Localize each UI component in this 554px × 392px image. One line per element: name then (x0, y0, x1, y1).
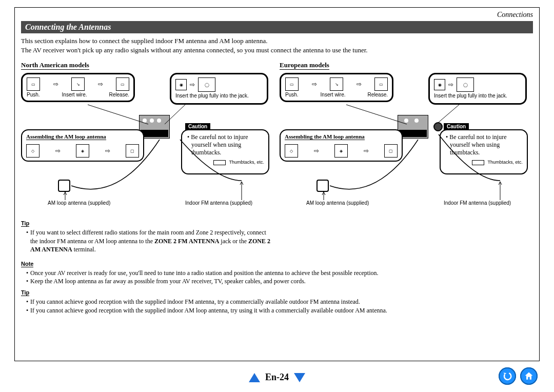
am-step2-icon: ◈ (334, 144, 348, 158)
thumbtack-label: Thumbtacks, etc. (229, 160, 264, 165)
na-column: North American models ▭ ⇨ ↘ ⇨ ▭ Push. In… (21, 60, 274, 209)
note-label: Note (21, 261, 33, 267)
eu-heading: European models (280, 61, 329, 70)
tip1-item: If you want to select different radio st… (26, 228, 272, 253)
prev-page-button[interactable] (249, 373, 260, 382)
intro-line-1: This section explains how to connect the… (21, 36, 533, 46)
arrow-icon: ⇨ (312, 81, 317, 88)
na-fm-plug-callout: ◉ ⇨ ◯ Insert the plug fully into the jac… (170, 73, 268, 105)
na-heading: North American models (21, 61, 89, 70)
page-frame: Connections Connecting the Antennas This… (14, 7, 540, 361)
insert-icon: ↘ (71, 77, 85, 91)
push-label: Push. (27, 92, 40, 97)
am-caption: AM loop antenna (supplied) (48, 200, 110, 206)
eu-caution-callout: • Be careful not to injure yourself when… (440, 129, 528, 174)
eu-diagram-area: ▭ ⇨ ↘ ⇨ ▭ Push. Insert wire. Release. ◉ (280, 73, 533, 206)
back-button[interactable] (499, 367, 516, 385)
assembling-title: Assembling the AM loop antenna (285, 133, 365, 140)
push-icon: ▭ (285, 77, 299, 91)
plug-icon: ◉ (434, 79, 445, 90)
tip2-label: Tip (21, 289, 29, 296)
am-caption: AM loop antenna (supplied) (306, 200, 369, 206)
corner-nav-icons (499, 367, 538, 385)
thumbtack-label: Thumbtacks, etc. (487, 160, 523, 165)
assembling-title: Assembling the AM loop antenna (26, 133, 106, 140)
insert-label: Insert wire. (62, 92, 87, 97)
tip1-block: Tip If you want to select different radi… (21, 218, 272, 253)
push-label: Push. (285, 92, 299, 97)
release-icon: ▭ (116, 77, 129, 91)
am-step1-icon: ◇ (26, 144, 39, 158)
eu-push-insert-release-callout: ▭ ⇨ ↘ ⇨ ▭ Push. Insert wire. Release. (280, 73, 393, 102)
am-loop-antenna-icon (58, 180, 70, 192)
arrow-icon: ⇨ (448, 81, 453, 88)
thumbtack-icon (213, 160, 226, 165)
na-push-insert-release-callout: ▭ ⇨ ↘ ⇨ ▭ Push. Insert wire. Release. (21, 73, 135, 102)
fm-instruction: Insert the plug fully into the jack. (175, 93, 263, 99)
tip2-item: If you cannot achieve good reception wit… (26, 298, 533, 306)
am-step1-icon: ◇ (285, 144, 298, 158)
intro-text: This section explains how to connect the… (21, 36, 533, 55)
note-item: Once your AV receiver is ready for use, … (26, 269, 533, 277)
coax-plug-icon (433, 122, 443, 131)
fm-instruction: Insert the plug fully into the jack. (434, 93, 521, 99)
arrow-icon: ⇨ (190, 81, 195, 88)
plug-icon: ◉ (175, 79, 187, 90)
release-label: Release. (109, 92, 129, 97)
insert-icon: ↘ (330, 77, 343, 91)
next-page-button[interactable] (294, 373, 305, 382)
intro-line-2: The AV receiver won't pick up any radio … (21, 46, 533, 55)
arrow-icon: ⇨ (357, 81, 362, 88)
tip1-label: Tip (21, 220, 29, 227)
arrow-icon: ⇨ (314, 147, 319, 154)
note-block: Note Once your AV receiver is ready for … (21, 259, 533, 285)
na-diagram-area: ▭ ⇨ ↘ ⇨ ▭ Push. Insert wire. Release. (21, 73, 274, 206)
na-caution-callout: • Be careful not to injure yourself when… (181, 129, 269, 174)
note-item: Keep the AM loop antenna as far away as … (26, 277, 533, 285)
insert-label: Insert wire. (321, 92, 346, 97)
arrow-icon: ⇨ (364, 147, 369, 154)
page-nav: En-24 (0, 372, 554, 383)
eu-fm-plug-callout: ◉ ⇨ ◯ Insert the plug fully into the jac… (428, 73, 527, 105)
tip2-item: If you cannot achieve good reception wit… (26, 306, 533, 315)
arrow-icon: ⇨ (98, 81, 103, 88)
am-step3-icon: ▢ (384, 144, 398, 158)
arrow-icon: ⇨ (53, 81, 58, 88)
eu-assembling-callout: Assembling the AM loop antenna ◇ ⇨ ◈ ⇨ ▢ (280, 129, 403, 162)
arrow-icon: ⇨ (55, 147, 61, 154)
caution-text: • Be careful not to injure yourself when… (186, 133, 264, 156)
caution-text: • Be careful not to injure yourself when… (445, 133, 523, 156)
home-button[interactable] (520, 367, 538, 385)
release-icon: ▭ (374, 77, 388, 91)
am-loop-antenna-icon (316, 180, 329, 192)
thumbtack-icon (472, 160, 484, 165)
jack-icon: ◯ (198, 77, 215, 92)
tip2-block: Tip If you cannot achieve good reception… (21, 287, 533, 314)
chapter-label: Connections (21, 11, 533, 19)
fm-caption: Indoor FM antenna (supplied) (185, 200, 252, 206)
am-step2-icon: ◈ (76, 144, 89, 158)
page-number: En-24 (265, 372, 289, 383)
eu-column: European models ▭ ⇨ ↘ ⇨ ▭ Push. Insert w… (280, 60, 533, 209)
model-columns: North American models ▭ ⇨ ↘ ⇨ ▭ Push. In… (21, 60, 533, 209)
fm-caption: Indoor FM antenna (supplied) (444, 200, 511, 206)
release-label: Release. (368, 92, 388, 97)
am-step3-icon: ▢ (126, 144, 139, 158)
arrow-icon: ⇨ (105, 147, 110, 154)
section-title: Connecting the Antennas (21, 21, 533, 33)
na-assembling-callout: Assembling the AM loop antenna ◇ ⇨ ◈ ⇨ ▢ (21, 129, 144, 162)
push-icon: ▭ (27, 77, 40, 91)
jack-icon: ◯ (457, 77, 474, 92)
